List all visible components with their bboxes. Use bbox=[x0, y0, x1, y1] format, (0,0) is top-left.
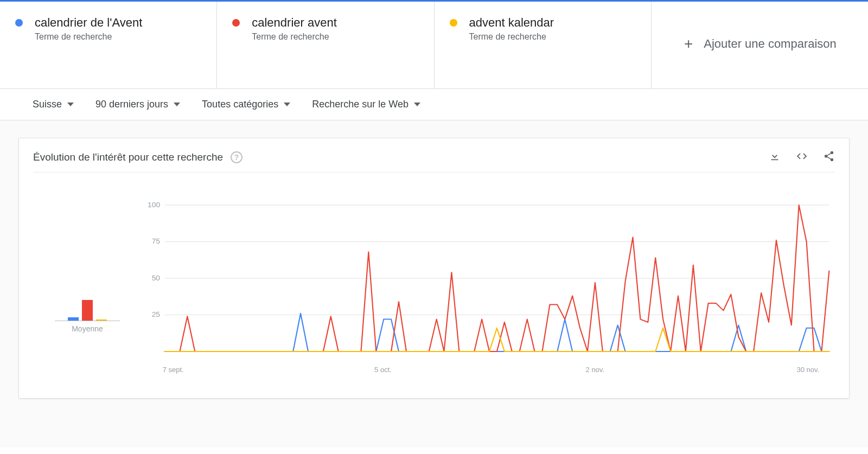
compare-term-1[interactable]: calendrier de l'Avent Terme de recherche bbox=[0, 2, 217, 88]
plus-icon: + bbox=[684, 35, 693, 53]
filter-search-type[interactable]: Recherche sur le Web bbox=[312, 99, 420, 110]
filter-range[interactable]: 90 derniers jours bbox=[95, 99, 180, 110]
averages-label: Moyenne bbox=[72, 324, 103, 333]
share-icon[interactable] bbox=[823, 150, 835, 164]
averages-block: Moyenne bbox=[33, 200, 142, 375]
chevron-down-icon bbox=[174, 103, 180, 106]
filter-bar: Suisse 90 derniers jours Toutes catégori… bbox=[0, 89, 868, 120]
filter-category-label: Toutes catégories bbox=[202, 99, 278, 110]
term-subtype: Terme de recherche bbox=[469, 32, 554, 42]
term-subtype: Terme de recherche bbox=[252, 32, 337, 42]
x-tick-label: 7 sept. bbox=[163, 366, 184, 374]
filter-category[interactable]: Toutes catégories bbox=[202, 99, 290, 110]
term-label: advent kalendar bbox=[469, 16, 554, 30]
help-icon[interactable]: ? bbox=[231, 151, 242, 163]
avg-bar bbox=[82, 300, 93, 321]
chart-title: Évolution de l'intérêt pour cette recher… bbox=[33, 151, 223, 163]
x-tick-label: 30 nov. bbox=[797, 366, 820, 374]
add-comparison-button[interactable]: + Ajouter une comparaison bbox=[652, 2, 868, 88]
add-comparison-label: Ajouter une comparaison bbox=[704, 37, 837, 51]
interest-over-time-card: Évolution de l'intérêt pour cette recher… bbox=[18, 138, 850, 399]
avg-bar bbox=[68, 317, 79, 321]
term-subtype: Terme de recherche bbox=[35, 32, 142, 42]
chevron-down-icon bbox=[414, 103, 420, 106]
x-tick-label: 5 oct. bbox=[374, 366, 392, 374]
chevron-down-icon bbox=[67, 103, 74, 106]
term-label: calendrier avent bbox=[252, 16, 337, 30]
download-icon[interactable] bbox=[769, 150, 781, 164]
filter-range-label: 90 derniers jours bbox=[95, 99, 168, 110]
line-chart: 255075100 7 sept.5 oct.2 nov.30 nov. bbox=[142, 200, 835, 375]
color-dot-2 bbox=[232, 19, 240, 27]
x-tick-label: 2 nov. bbox=[586, 366, 604, 374]
compare-term-2[interactable]: calendrier avent Terme de recherche bbox=[217, 2, 434, 88]
filter-search-type-label: Recherche sur le Web bbox=[312, 99, 409, 110]
term-label: calendrier de l'Avent bbox=[35, 16, 142, 30]
filter-geo-label: Suisse bbox=[33, 99, 62, 110]
filter-geo[interactable]: Suisse bbox=[33, 99, 74, 110]
svg-text:25: 25 bbox=[152, 311, 160, 319]
chevron-down-icon bbox=[284, 103, 290, 106]
compare-terms-row: calendrier de l'Avent Terme de recherche… bbox=[0, 2, 868, 89]
avg-bar bbox=[96, 319, 107, 321]
svg-text:100: 100 bbox=[148, 201, 160, 209]
svg-text:75: 75 bbox=[152, 238, 160, 246]
embed-icon[interactable] bbox=[796, 150, 808, 164]
color-dot-3 bbox=[450, 19, 457, 27]
color-dot-1 bbox=[15, 19, 23, 27]
svg-text:50: 50 bbox=[152, 274, 160, 282]
compare-term-3[interactable]: advent kalendar Terme de recherche bbox=[435, 2, 652, 88]
